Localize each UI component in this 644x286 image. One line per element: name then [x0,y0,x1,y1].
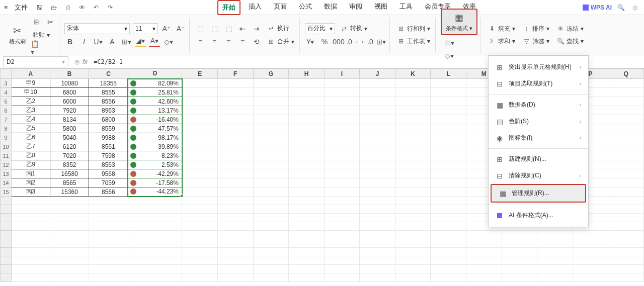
fill-button[interactable]: ⬇填充▾ [486,24,517,34]
cell[interactable] [360,239,395,248]
cell[interactable] [253,222,289,231]
col-header-D[interactable]: D [128,69,182,79]
cell[interactable] [253,231,289,239]
cell[interactable] [12,256,50,265]
cell[interactable]: 甲10 [12,88,50,97]
cell[interactable] [395,248,431,256]
cell[interactable] [289,169,325,178]
cell[interactable] [573,256,608,265]
row-header[interactable] [1,265,12,273]
cell[interactable] [573,231,608,239]
cell[interactable] [89,197,128,205]
row-header[interactable] [1,256,12,265]
cell[interactable]: 丙1 [12,169,50,178]
cell[interactable] [431,151,466,160]
cell[interactable] [324,115,360,124]
cell[interactable]: 8556 [89,97,128,106]
undo-icon[interactable]: ↶ [91,3,101,13]
wps-ai-button[interactable]: WPS AI [583,4,612,11]
cell[interactable] [608,124,644,133]
border-button[interactable]: ⊞▾ [121,36,132,47]
cell[interactable] [431,187,466,197]
cell[interactable] [395,169,431,178]
copy-icon[interactable]: ⎘ [31,17,42,28]
row-header[interactable] [1,197,12,205]
find-button[interactable]: 🔍查找▾ [554,36,586,47]
cell[interactable] [289,256,325,265]
cell[interactable] [431,222,466,231]
style2-icon[interactable]: ◇▾ [444,50,455,61]
cell-percent[interactable]: 98.17% [128,133,182,142]
cell[interactable] [50,239,89,248]
cell-percent[interactable]: 13.17% [128,106,182,115]
cell[interactable] [324,214,360,222]
cell[interactable] [466,273,502,282]
name-box[interactable]: D2▾ [3,56,68,67]
cell[interactable] [89,273,128,282]
cell[interactable] [431,256,466,265]
cell[interactable] [395,187,431,197]
menu-item[interactable]: AI 条件格式(A)... [489,207,588,224]
worksheet-button[interactable]: ⊞工作表▾ [395,36,432,47]
cell[interactable] [182,160,218,169]
row-header[interactable] [1,239,12,248]
cell[interactable] [218,106,254,115]
cell[interactable] [289,273,325,282]
cell[interactable]: 8963 [89,106,128,115]
cell[interactable] [12,273,50,282]
cell[interactable] [395,239,431,248]
currency-icon[interactable]: ¥▾ [305,36,316,47]
cell[interactable] [360,178,395,187]
font-name-select[interactable]: 宋体▾ [64,23,130,34]
cell[interactable] [218,256,254,265]
cell[interactable] [182,205,218,214]
cell[interactable] [608,160,644,169]
tab-开始[interactable]: 开始 [217,0,240,15]
cell[interactable] [502,265,537,273]
cell[interactable] [218,187,254,197]
cell[interactable] [128,214,182,222]
cell[interactable] [537,273,573,282]
cell[interactable] [608,178,644,187]
tab-插入[interactable]: 插入 [245,0,266,15]
cell[interactable] [360,169,395,178]
cell[interactable] [50,273,89,282]
cell[interactable] [50,256,89,265]
align-top-icon[interactable]: ⬚ [195,23,206,34]
row-header[interactable] [1,222,12,231]
cell[interactable] [218,124,254,133]
cell[interactable] [89,205,128,214]
cell[interactable] [253,142,289,151]
cell[interactable] [182,142,218,151]
cell-percent[interactable]: 8.23% [128,151,182,160]
cell[interactable] [289,151,325,160]
cell[interactable] [289,106,325,115]
cell[interactable] [324,187,360,197]
cell[interactable] [324,205,360,214]
cell[interactable] [218,133,254,142]
cell[interactable]: 乙5 [12,124,50,133]
cell[interactable] [89,265,128,273]
cell[interactable]: 乙6 [12,133,50,142]
cell[interactable] [360,115,395,124]
cell[interactable] [431,231,466,239]
cell[interactable] [182,151,218,160]
menu-icon[interactable]: ≡ [4,4,8,11]
cell[interactable] [182,169,218,178]
row-header[interactable]: 15 [1,187,12,197]
menu-item[interactable]: ⊞突出显示单元格规则(H)› [489,59,588,75]
indent-inc-icon[interactable]: ⇥ [251,23,262,34]
cell[interactable] [12,197,50,205]
cell[interactable] [218,115,254,124]
wrap-button[interactable]: ↵换行 [265,23,291,34]
cell[interactable] [218,205,254,214]
cell[interactable] [182,222,218,231]
cell[interactable] [12,222,50,231]
col-header-L[interactable]: L [431,69,466,79]
cell[interactable] [360,214,395,222]
cell[interactable] [431,214,466,222]
cell[interactable] [218,142,254,151]
cell[interactable] [431,248,466,256]
cell[interactable] [324,133,360,142]
cell[interactable] [289,222,325,231]
